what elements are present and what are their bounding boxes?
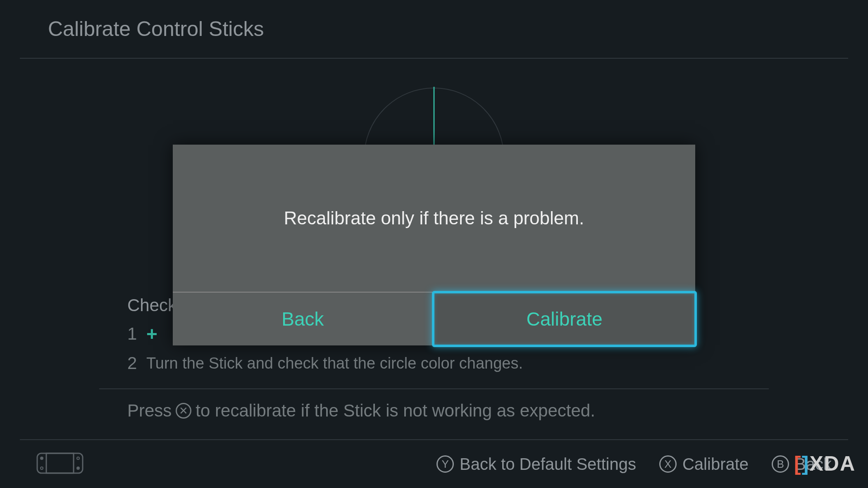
dialog-message: Recalibrate only if there is a problem.: [173, 145, 695, 293]
svg-point-2: [40, 457, 43, 460]
svg-rect-1: [46, 453, 74, 473]
back-button[interactable]: Back: [173, 293, 434, 345]
step-2: 2 Turn the Stick and check that the circ…: [127, 353, 523, 373]
x-button-icon: ✕: [176, 403, 191, 419]
divider: [99, 388, 769, 389]
b-button-icon: B: [772, 455, 789, 473]
step-text: Turn the Stick and check that the circle…: [146, 355, 523, 372]
y-button-label: Back to Default Settings: [460, 455, 636, 474]
step-number: 2: [127, 353, 139, 373]
x-button-label: Calibrate: [682, 455, 749, 474]
calibrate-button[interactable]: Calibrate: [432, 291, 697, 347]
svg-point-3: [41, 467, 43, 469]
y-button-icon: Y: [436, 455, 454, 473]
hint-suffix: to recalibrate if the Stick is not worki…: [196, 401, 595, 421]
xda-watermark: []XDA: [794, 452, 856, 476]
x-button-icon: X: [659, 455, 677, 473]
plus-icon: +: [146, 323, 157, 345]
page-title: Calibrate Control Sticks: [48, 17, 264, 41]
footer-hint-y[interactable]: Y Back to Default Settings: [436, 455, 636, 474]
footer-bar: Y Back to Default Settings X Calibrate B…: [20, 439, 848, 488]
svg-rect-0: [37, 453, 83, 473]
hint-prefix: Press: [127, 401, 172, 421]
svg-point-4: [77, 457, 79, 459]
header: Calibrate Control Sticks: [20, 0, 848, 59]
step-number: 1: [127, 324, 139, 344]
controller-icon: [36, 452, 83, 476]
dialog-button-row: Back Calibrate: [173, 293, 695, 345]
footer-hint-x[interactable]: X Calibrate: [659, 455, 749, 474]
recalibrate-hint: Press ✕ to recalibrate if the Stick is n…: [127, 401, 595, 421]
confirmation-dialog: Recalibrate only if there is a problem. …: [173, 145, 695, 345]
svg-point-5: [76, 467, 80, 470]
